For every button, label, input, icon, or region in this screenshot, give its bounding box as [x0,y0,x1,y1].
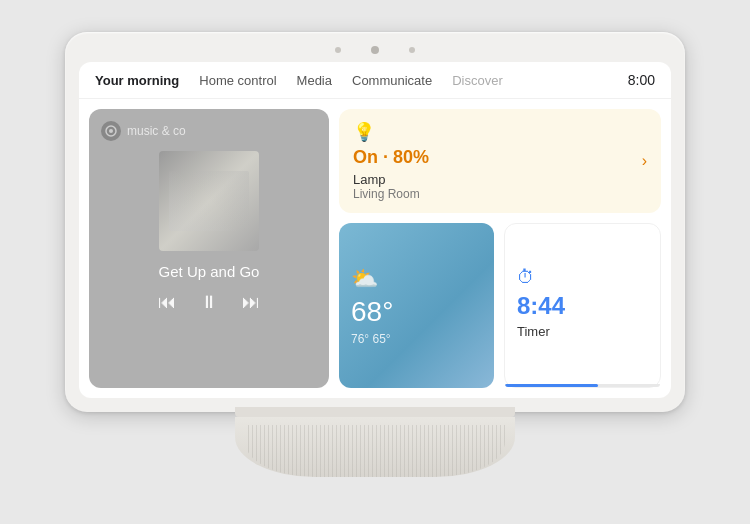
speaker-base [235,407,515,492]
speaker-fabric [245,425,505,477]
device-wrapper: Your morning Home control Media Communic… [65,32,685,492]
weather-icon: ⛅ [351,266,482,292]
speaker-top-strip [235,407,515,417]
timer-card[interactable]: ⏱ 8:44 Timer [504,223,661,388]
light-card-inner: 💡 On · 80% Lamp Living Room [353,121,647,201]
timer-label: Timer [517,324,648,339]
album-art [159,151,259,251]
screen: Your morning Home control Media Communic… [79,62,671,398]
nav-item-discover[interactable]: Discover [452,73,503,88]
light-chevron-icon[interactable]: › [642,152,647,170]
weather-temperature: 68° [351,296,482,328]
speaker-body [235,417,515,477]
sensor-dot-right [409,47,415,53]
music-card[interactable]: music & co Get Up and Go ⏮ ⏸ ⏭ [89,109,329,388]
top-sensors [79,46,671,54]
music-source-label: music & co [127,124,186,138]
light-bulb-icon: 💡 [353,121,647,143]
timer-time: 8:44 [517,292,648,320]
next-button[interactable]: ⏭ [242,292,260,313]
weather-range: 76° 65° [351,332,482,346]
svg-point-1 [109,129,113,133]
camera-dot [371,46,379,54]
nav-item-your-morning[interactable]: Your morning [95,73,179,88]
play-pause-button[interactable]: ⏸ [200,292,218,313]
light-status: On · 80% [353,147,647,168]
music-card-header: music & co [101,121,317,141]
playback-controls: ⏮ ⏸ ⏭ [101,292,317,313]
device-shell: Your morning Home control Media Communic… [65,32,685,412]
timer-progress-bar [505,384,660,387]
timer-icon: ⏱ [517,267,648,288]
light-name: Lamp [353,172,647,187]
bottom-row: ⛅ 68° 76° 65° ⏱ 8:44 Timer [339,223,661,388]
prev-button[interactable]: ⏮ [158,292,176,313]
timer-progress-fill [505,384,598,387]
weather-card[interactable]: ⛅ 68° 76° 65° [339,223,494,388]
nav-item-home-control[interactable]: Home control [199,73,276,88]
nav-time: 8:00 [628,72,655,88]
music-service-icon [101,121,121,141]
sensor-dot-left [335,47,341,53]
light-room: Living Room [353,187,647,201]
right-column: 💡 On · 80% Lamp Living Room › ⛅ 68° [339,109,661,388]
light-card[interactable]: 💡 On · 80% Lamp Living Room › [339,109,661,213]
content-area: music & co Get Up and Go ⏮ ⏸ ⏭ 💡 [79,99,671,398]
nav-bar: Your morning Home control Media Communic… [79,62,671,99]
nav-item-communicate[interactable]: Communicate [352,73,432,88]
nav-item-media[interactable]: Media [297,73,332,88]
song-title: Get Up and Go [101,263,317,280]
